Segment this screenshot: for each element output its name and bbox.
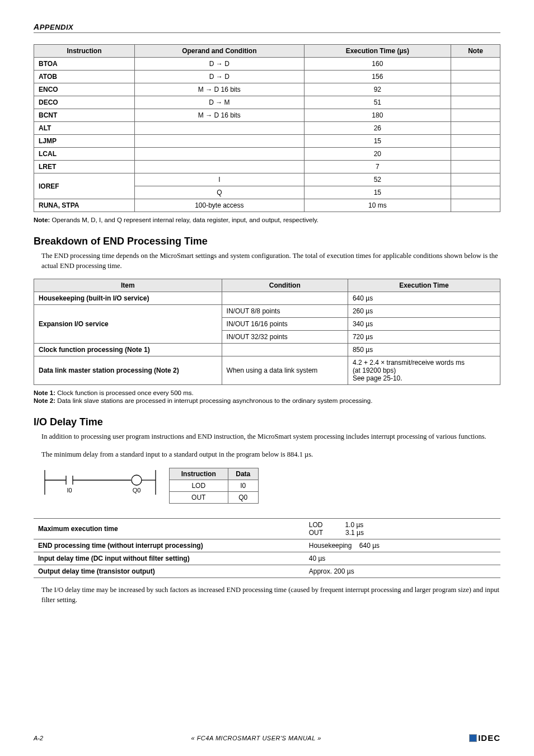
svg-point-6 (132, 475, 142, 485)
page-footer: A-2 « FC4A MICROSMART USER'S MANUAL » ID… (34, 733, 500, 743)
ladder-diagram-row: I0 Q0 InstructionData LODI0 OUTQ0 (41, 468, 500, 508)
table-header-row: Instruction Operand and Condition Execut… (34, 45, 500, 58)
table-row: OUTQ0 (170, 491, 259, 503)
col-exectime: Execution Time (µs) (304, 45, 451, 58)
table-header-row: Item Condition Execution Time (34, 279, 500, 292)
ladder-q0-label: Q0 (133, 487, 141, 494)
iodelay-title: I/O Delay Time (34, 416, 500, 428)
header-cap: A (34, 22, 40, 31)
col-note: Note (451, 45, 500, 58)
ladder-mini-table: InstructionData LODI0 OUTQ0 (169, 468, 259, 504)
idec-text: IDEC (478, 733, 500, 743)
header-rest: PPENDIX (40, 23, 74, 31)
note-body: Data link slave stations are processed i… (55, 397, 372, 404)
table-row: Housekeeping (built-in I/O service) 640 … (34, 292, 500, 305)
breakdown-title: Breakdown of END Processing Time (34, 236, 500, 247)
table-row: Data link master station processing (Not… (34, 356, 500, 385)
col-instruction: Instruction (34, 45, 135, 58)
note-label: Note: (34, 217, 50, 223)
table-row: LCAL20 (34, 148, 500, 161)
table2-note1: Note 1: Clock function is processed once… (34, 389, 500, 396)
iodelay-para1: In addition to processing user program i… (41, 431, 500, 442)
table-row: Clock function processing (Note 1) 850 µ… (34, 344, 500, 356)
idec-logo: IDEC (469, 733, 500, 743)
closing-para: The I/O delay time may be increased by s… (41, 585, 500, 605)
ladder-diagram: I0 Q0 (41, 468, 159, 497)
table-row: DECOD → M51 (34, 96, 500, 109)
table-row: BCNTM → D 16 bits180 (34, 109, 500, 122)
table-row: ATOBD → D156 (34, 71, 500, 83)
col-condition: Condition (222, 279, 348, 292)
note-body: Clock function is processed once every 5… (55, 389, 194, 396)
table-row: ENCOM → D 16 bits92 (34, 83, 500, 96)
col-operand: Operand and Condition (135, 45, 305, 58)
maxexec-table: Maximum execution time LOD 1.0 µs OUT 3.… (34, 518, 500, 578)
footer-center: « FC4A MICROSMART USER'S MANUAL » (191, 735, 321, 741)
breakdown-table: Item Condition Execution Time Housekeepi… (34, 279, 500, 385)
table1-note: Note: Operands M, D, I, and Q represent … (34, 217, 500, 223)
table2-note2: Note 2: Data link slave stations are pro… (34, 397, 500, 404)
note-body: Operands M, D, I, and Q represent intern… (50, 217, 318, 223)
page-number: A-2 (34, 735, 43, 741)
ladder-i0-label: I0 (67, 487, 72, 494)
table-row: Output delay time (transistor output) Ap… (34, 565, 500, 577)
table-row: ALT26 (34, 122, 500, 135)
table-row: LODI0 (170, 480, 259, 491)
table-row: LRET7 (34, 161, 500, 173)
idec-square-icon (469, 734, 477, 742)
table-row: END processing time (without interrupt p… (34, 539, 500, 552)
table-row: BTOAD → D160 (34, 58, 500, 71)
breakdown-para: The END processing time depends on the M… (41, 251, 500, 271)
table-row: IOREF I 52 (34, 173, 500, 186)
table-row: Expansion I/O service IN/OUT 8/8 points … (34, 305, 500, 318)
iodelay-para2: The minimum delay from a standard input … (41, 449, 500, 459)
table-row: Maximum execution time LOD 1.0 µs OUT 3.… (34, 518, 500, 539)
instruction-table: Instruction Operand and Condition Execut… (34, 44, 500, 212)
section-header: APPENDIX (34, 22, 500, 33)
col-exectime: Execution Time (348, 279, 500, 292)
note-label: Note 2: (34, 397, 55, 404)
table-header-row: InstructionData (170, 468, 259, 480)
table-row: RUNA, STPA100-byte access10 ms (34, 199, 500, 212)
note-label: Note 1: (34, 389, 55, 396)
table-row: Input delay time (DC input without filte… (34, 552, 500, 565)
table-row: LJMP15 (34, 135, 500, 148)
col-item: Item (34, 279, 222, 292)
